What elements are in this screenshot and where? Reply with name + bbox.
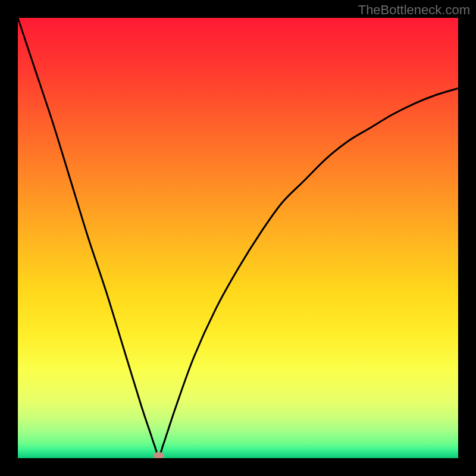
watermark-text: TheBottleneck.com	[358, 2, 470, 18]
optimum-marker	[154, 452, 164, 458]
bottleneck-curve	[18, 18, 458, 458]
chart-frame: TheBottleneck.com	[0, 0, 476, 476]
plot-area	[18, 18, 458, 458]
